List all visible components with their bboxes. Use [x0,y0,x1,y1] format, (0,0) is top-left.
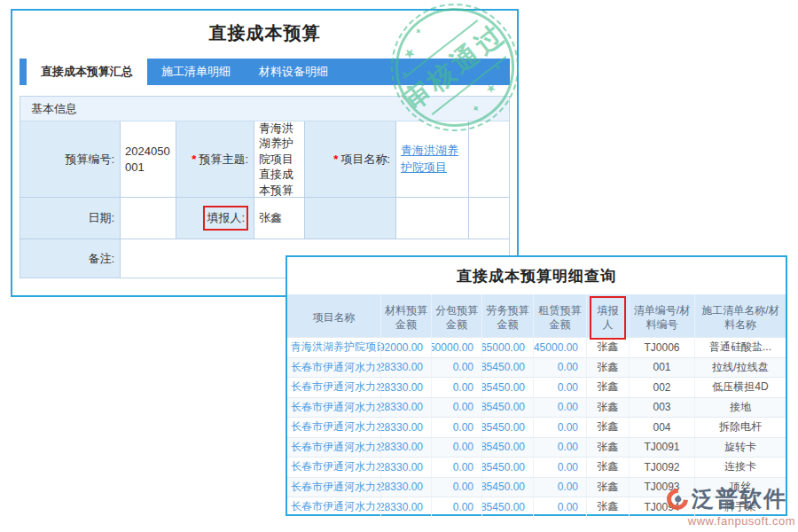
cell-filler: 张鑫 [587,438,630,458]
cell-lease-budget: 0.00 [534,458,587,477]
required-asterisk: * [333,153,338,166]
tab-budget-summary[interactable]: 直接成本预算汇总 [27,59,147,85]
cell-filler: 张鑫 [587,358,630,378]
cell-subcontract-budget: 0.00 [432,418,482,437]
filler-label-highlight-box: 填报人: [203,206,248,231]
date-value[interactable] [121,198,176,239]
budget-no-label: 预算编号: [20,121,121,198]
required-asterisk: * [192,153,196,166]
cell-lease-budget: 0.00 [534,478,587,497]
remark-label: 备注: [20,239,121,278]
budget-summary-panel: 直接成本预算 直接成本预算汇总 施工清单明细 材料设备明细 基本信息 预算编号:… [11,9,519,297]
filler-value: 张鑫 [254,198,305,239]
tab-construction-list-detail[interactable]: 施工清单明细 [147,59,245,85]
basic-info-form: 预算编号: 2024050001 * 预算主题: 青海洪湖养护院项目直接成本预算… [20,121,509,278]
cell-list-code: 003 [630,398,695,418]
table-row[interactable]: 长春市伊通河水力发电厂 28330.00 0.00 285450.00 0.00… [287,377,786,397]
cell-list-code: 002 [630,378,695,397]
cell-lease-budget: 0.00 [534,378,587,397]
table-row[interactable]: 长春市伊通河水力发电厂 28330.00 0.00 285450.00 0.00… [287,457,786,477]
cell-list-name: 低压横担4D [695,378,786,397]
table-row[interactable]: 长春市伊通河水力发电厂 28330.00 0.00 285450.00 0.00… [287,397,786,418]
cell-labor-budget: 285450.00 [482,418,534,437]
cell-list-code: 001 [630,358,695,378]
project-label-text: 项目名称: [340,152,390,168]
cell-list-code: TJ0092 [630,458,695,477]
filler-column-text: 填报人 [598,304,619,331]
cell-material-budget: 28330.00 [381,418,432,437]
cell-filler: 张鑫 [587,497,630,517]
cell-lease-budget: 0.00 [534,497,587,517]
cell-project: 长春市伊通河水力发电厂 [287,497,381,517]
cell-project: 长春市伊通河水力发电厂 [287,378,381,397]
vendor-name: 泛普软件 [692,484,787,513]
cell-list-name: 拉线/拉线盘 [695,358,786,378]
cell-labor-budget: 285450.00 [482,378,534,397]
empty-cell [396,198,469,239]
project-link[interactable]: 青海洪湖养护院项目 [401,143,464,176]
tab-label: 直接成本预算汇总 [41,64,133,80]
cell-lease-budget: 0.00 [534,438,587,458]
cell-material-budget: 28330.00 [381,378,432,397]
cell-lease-budget: 0.00 [534,358,587,378]
tab-label: 施工清单明细 [161,64,231,80]
filler-column-highlight-box: 填报人 [590,296,626,340]
section-title: 基本信息 [20,97,509,121]
tab-label: 材料设备明细 [259,64,328,80]
column-header-material-budget: 材料预算金额 [381,294,432,341]
column-header-lease-budget: 租赁预算金额 [534,294,587,341]
project-name-label: * 项目名称: [305,121,396,198]
column-header-list-name: 施工清单名称/材料名称 [695,294,786,341]
column-header-filler: 填报人 [587,294,630,341]
cell-project: 长春市伊通河水力发电厂 [287,398,381,418]
cell-labor-budget: 285450.00 [482,497,534,517]
fanpu-logo-icon [662,484,692,514]
cell-material-budget: 28330.00 [381,438,432,458]
cell-lease-budget: 0.00 [534,398,587,418]
column-header-labor-budget: 劳务预算金额 [482,294,534,341]
tab-material-equipment-detail[interactable]: 材料设备明细 [245,59,342,85]
cell-material-budget: 28330.00 [381,458,432,477]
vendor-logo: 泛普软件 www.fanpusoft.com [667,484,795,528]
cell-labor-budget: 285450.00 [482,458,534,477]
cell-material-budget: 28330.00 [381,497,432,517]
page-title: 直接成本预算 [12,11,517,55]
vendor-url: www.fanpusoft.com [667,514,795,528]
subject-value: 青海洪湖养护院项目直接成本预算 [254,121,305,198]
table-row[interactable]: 长春市伊通河水力发电厂 28330.00 0.00 285450.00 0.00… [287,437,786,458]
cell-project: 长春市伊通河水力发电厂 [287,438,381,458]
subject-label: * 预算主题: [176,121,254,198]
table-row[interactable]: 长春市伊通河水力发电厂 28330.00 0.00 285450.00 0.00… [287,417,786,437]
basic-info-section: 基本信息 预算编号: 2024050001 * 预算主题: 青海洪湖养护院项目直… [20,96,510,278]
table-row[interactable]: 长春市伊通河水力发电厂 28330.00 0.00 285450.00 0.00… [287,357,786,378]
empty-cell [469,198,509,239]
cell-subcontract-budget: 0.00 [432,497,482,517]
cell-labor-budget: 285450.00 [482,438,534,458]
cell-list-name: 连接卡 [695,458,786,477]
cell-subcontract-budget: 0.00 [432,398,482,418]
cell-labor-budget: 285450.00 [482,358,534,378]
empty-cell [469,121,509,198]
column-header-list-code: 清单编号/材料编号 [630,294,695,341]
cell-subcontract-budget: 0.00 [432,358,482,378]
detail-panel-title: 直接成本预算明细查询 [287,257,786,294]
budget-no-value: 2024050001 [121,121,176,198]
cell-filler: 张鑫 [587,398,630,418]
cell-material-budget: 28330.00 [381,398,432,418]
cell-list-name: 接地 [695,398,786,418]
cell-material-budget: 28330.00 [381,358,432,378]
empty-label-cell [305,198,396,239]
cell-subcontract-budget: 0.00 [432,478,482,497]
cell-project: 长春市伊通河水力发电厂 [287,418,381,437]
cell-subcontract-budget: 0.00 [432,458,482,477]
cell-filler: 张鑫 [587,478,630,497]
column-header-project: 项目名称 [287,294,381,341]
cell-list-name: 旋转卡 [695,438,786,458]
filler-label-text: 填报人: [207,211,245,224]
cell-labor-budget: 285450.00 [482,478,534,497]
cell-subcontract-budget: 0.00 [432,378,482,397]
cell-project: 长春市伊通河水力发电厂 [287,358,381,378]
filler-label-cell: 填报人: [176,198,254,239]
cell-list-code: 004 [630,418,695,437]
column-header-subcontract-budget: 分包预算金额 [432,294,482,341]
